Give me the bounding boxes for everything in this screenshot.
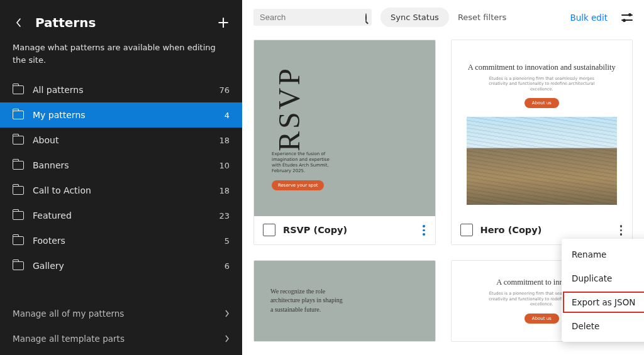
sidebar-item-label: My patterns [33,110,225,120]
sidebar-item-label: Footers [33,236,225,246]
sidebar-item-count: 76 [219,85,230,95]
card-actions-button[interactable] [619,224,624,237]
pattern-preview: RSVP Experience the fusion of imaginatio… [254,40,435,216]
category-list: All patterns 76 My patterns 4 About 18 B… [0,77,242,278]
menu-item-export-json[interactable]: Export as JSON [562,290,644,314]
card-footer: RSVP (Copy) [254,216,435,244]
folder-icon [13,211,24,220]
select-checkbox[interactable] [460,224,473,236]
sidebar-item-gallery[interactable]: Gallery 6 [0,253,242,278]
folder-icon [13,111,24,119]
preview-button: Reserve your spot [272,180,324,190]
sidebar-item-all-patterns[interactable]: All patterns 76 [0,77,242,102]
sidebar-item-count: 6 [225,261,230,271]
pattern-card-hero[interactable]: A commitment to innovation and sustainab… [451,40,633,245]
preview-heading: A commitment to innovation and sustainab… [468,63,616,72]
sidebar-item-call-to-action[interactable]: Call to Action 18 [0,178,242,203]
sidebar-item-label: About [33,135,219,145]
sidebar-item-footers[interactable]: Footers 5 [0,228,242,253]
toolbar: Sync Status Reset filters Bulk edit [253,8,633,27]
sidebar-item-count: 4 [225,111,230,120]
select-checkbox[interactable] [263,224,275,236]
pattern-preview: A commitment to innovation and sustainab… [452,40,633,216]
preview-button: About us [525,314,559,324]
folder-icon [13,136,24,145]
manage-my-patterns-link[interactable]: Manage all of my patterns [0,301,242,326]
back-button[interactable] [11,18,26,28]
sidebar-footer: Manage all of my patterns Manage all tem… [0,298,242,355]
sidebar-item-about[interactable]: About 18 [0,128,242,153]
pattern-card-text[interactable]: We recognize the role architecture plays… [253,260,436,342]
sidebar-item-count: 18 [219,186,230,195]
card-title: RSVP (Copy) [283,225,414,235]
search-icon [365,13,367,22]
search-field[interactable] [253,9,372,26]
menu-item-rename[interactable]: Rename [562,243,644,266]
folder-icon [13,186,24,195]
settings-icon[interactable] [621,13,633,22]
bulk-edit-button[interactable]: Bulk edit [570,13,608,23]
search-input[interactable] [260,13,365,22]
sidebar: Patterns + Manage what patterns are avai… [0,0,242,355]
pattern-card-rsvp[interactable]: RSVP Experience the fusion of imaginatio… [253,40,436,245]
page-title: Patterns [35,15,217,30]
chevron-right-icon [225,310,230,317]
main-content: Sync Status Reset filters Bulk edit RSVP… [242,0,644,355]
folder-icon [13,161,24,170]
card-title: Hero (Copy) [480,225,611,235]
card-actions-button[interactable] [421,224,426,237]
sidebar-item-count: 23 [219,211,230,221]
preview-paragraph: We recognize the role architecture plays… [270,287,346,315]
folder-icon [13,261,24,270]
menu-item-delete[interactable]: Delete [562,314,644,338]
manage-template-parts-link[interactable]: Manage all template parts [0,326,242,351]
sidebar-item-count: 5 [225,236,230,246]
sidebar-header: Patterns + [0,5,242,36]
add-pattern-button[interactable]: + [217,14,230,31]
sidebar-item-label: Banners [33,160,219,170]
pattern-preview: We recognize the role architecture plays… [254,261,435,341]
sidebar-item-label: Featured [33,210,219,221]
sync-status-filter[interactable]: Sync Status [380,8,449,27]
preview-heading: RSVP [272,66,306,151]
chevron-left-icon [15,18,23,28]
sidebar-item-label: All patterns [33,85,219,95]
sidebar-item-featured[interactable]: Featured 23 [0,203,242,228]
sidebar-description: Manage what patterns are available when … [0,36,242,77]
chevron-right-icon [225,335,230,342]
sidebar-item-banners[interactable]: Banners 10 [0,153,242,178]
sidebar-item-count: 18 [219,136,230,145]
folder-icon [13,85,24,94]
footer-link-label: Manage all template parts [13,334,125,344]
preview-subtext: Experience the fusion of imagination and… [272,151,330,174]
preview-subtext: Études is a pioneering firm that seamles… [485,76,598,92]
sidebar-item-label: Call to Action [33,185,219,195]
folder-icon [13,236,24,245]
footer-link-label: Manage all of my patterns [13,309,124,319]
menu-item-duplicate[interactable]: Duplicate [562,266,644,290]
reset-filters-button[interactable]: Reset filters [458,13,506,22]
card-actions-menu: Rename Duplicate Export as JSON Delete [562,239,644,342]
sidebar-item-label: Gallery [33,261,225,271]
sidebar-item-count: 10 [219,161,230,170]
preview-button: About us [525,98,559,108]
preview-image [467,117,618,205]
sidebar-item-my-patterns[interactable]: My patterns 4 [0,102,242,128]
